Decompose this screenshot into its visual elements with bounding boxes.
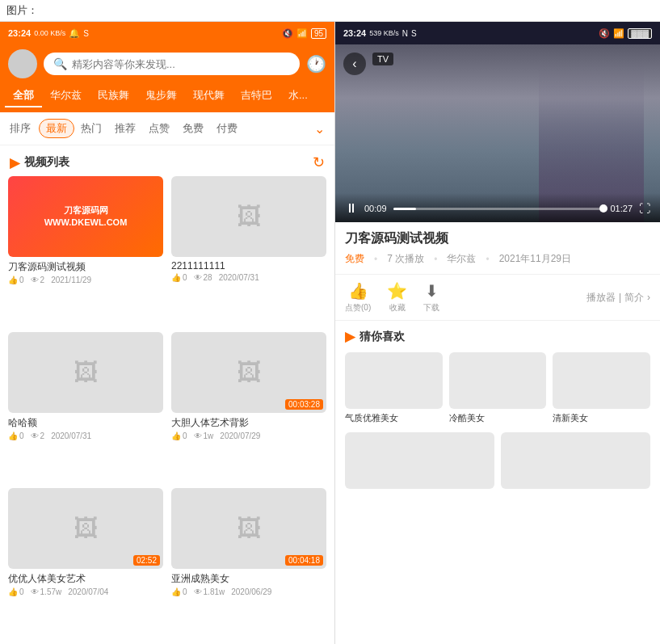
video-thumb-6: 🖼 00:04:18 xyxy=(171,488,326,569)
date-5: 2020/07/04 xyxy=(68,587,108,596)
date-4: 2020/07/29 xyxy=(220,431,260,440)
thumb-placeholder-2: 🖼 xyxy=(237,203,261,230)
progress-dot xyxy=(599,204,607,213)
rec-thumb-5 xyxy=(501,432,650,489)
view-count-6: 👁 1.81w xyxy=(194,587,225,596)
rec-card-3[interactable]: 清新美女 xyxy=(553,352,650,424)
rec-card-4[interactable] xyxy=(345,432,494,489)
back-button[interactable]: ‹ xyxy=(343,53,366,75)
rec-title-3: 清新美女 xyxy=(553,412,650,424)
right-wifi-icon: 📶 xyxy=(613,28,624,39)
date-6: 2020/06/29 xyxy=(231,587,271,596)
video-meta-3: 👍 0 👁 2 2020/07/31 xyxy=(8,431,163,440)
video-list-icon: ▶ xyxy=(10,155,19,170)
top-bar-label: 图片： xyxy=(6,4,38,16)
video-title-1: 刀客源码测试视频 xyxy=(8,260,163,274)
rec-thumb-3 xyxy=(553,352,650,409)
video-thumb-2: 🖼 xyxy=(171,176,326,257)
video-title-2: 2211111111 xyxy=(171,260,326,271)
cat-tab-folk[interactable]: 民族舞 xyxy=(90,85,137,107)
cat-tab-ghost[interactable]: 鬼步舞 xyxy=(137,85,185,107)
search-icon: 🔍 xyxy=(53,57,67,70)
search-wrap[interactable]: 🔍 xyxy=(44,53,300,75)
rec-card-5[interactable] xyxy=(501,432,650,489)
video-card-4[interactable]: 🖼 00:03:28 大胆人体艺术背影 👍 0 👁 1w 2020/07/29 xyxy=(171,332,326,480)
tag-date: 2021年11月29日 xyxy=(499,252,571,266)
pause-button[interactable]: ⏸ xyxy=(345,201,358,216)
like-count-3: 👍 0 xyxy=(8,431,24,440)
cat-tab-all[interactable]: 全部 xyxy=(5,85,42,107)
duration-badge-4: 00:03:28 xyxy=(285,399,323,410)
download-button[interactable]: ⬇ 下载 xyxy=(423,281,439,314)
section-header: ▶ 视频列表 ↻ xyxy=(0,145,334,176)
battery-icon: 95 xyxy=(311,28,326,39)
cat-tab-waltz[interactable]: 华尔兹 xyxy=(42,85,90,107)
rec-title-1: 气质优雅美女 xyxy=(345,412,443,424)
divider: | xyxy=(619,292,621,303)
like-button[interactable]: 👍 点赞(0) xyxy=(345,281,371,314)
cat-tab-modern[interactable]: 现代舞 xyxy=(185,85,233,107)
right-time: 23:24 xyxy=(343,28,366,38)
avatar[interactable] xyxy=(8,49,37,78)
video-player[interactable]: ‹ TV ⏸ 00:09 01:27 ⛶ xyxy=(335,44,660,222)
top-bar: 图片： xyxy=(0,0,660,22)
filter-free[interactable]: 免费 xyxy=(176,120,210,137)
right-s-icon: S xyxy=(411,29,417,38)
filter-hot[interactable]: 热门 xyxy=(74,120,108,137)
collect-button[interactable]: ⭐ 收藏 xyxy=(387,281,407,314)
rec-grid-row2 xyxy=(345,432,650,489)
recommend-title: 猜你喜欢 xyxy=(359,330,405,344)
view-count-5: 👁 1.57w xyxy=(31,587,62,596)
rec-thumb-2 xyxy=(449,352,547,409)
collect-icon: ⭐ xyxy=(387,281,407,301)
recommend-section: ▶ 猜你喜欢 气质优雅美女 冷酷美女 清新美女 xyxy=(335,321,660,644)
filter-recommend[interactable]: 推荐 xyxy=(108,120,142,137)
video-grid: 刀客源码网 WWW.DKEWL.COM 刀客源码测试视频 👍 0 👁 2 202… xyxy=(0,176,334,644)
right-network: 539 KB/s xyxy=(369,29,399,37)
progress-bar[interactable] xyxy=(393,208,604,210)
rec-card-2[interactable]: 冷酷美女 xyxy=(449,352,547,424)
video-card-1[interactable]: 刀客源码网 WWW.DKEWL.COM 刀客源码测试视频 👍 0 👁 2 202… xyxy=(8,176,163,324)
video-title-4: 大胆人体艺术背影 xyxy=(171,416,326,430)
filter-like[interactable]: 点赞 xyxy=(142,120,176,137)
video-thumb-3: 🖼 xyxy=(8,332,163,413)
video-actions: 👍 点赞(0) ⭐ 收藏 ⬇ 下载 播放器 | 简介 › xyxy=(335,275,660,321)
video-meta-5: 👍 0 👁 1.57w 2020/07/04 xyxy=(8,587,163,596)
video-card-6[interactable]: 🖼 00:04:18 亚洲成熟美女 👍 0 👁 1.81w 2020/06/29 xyxy=(171,488,326,636)
like-label: 点赞(0) xyxy=(345,302,371,314)
bell-icon: 🔔 xyxy=(69,28,80,39)
video-meta-4: 👍 0 👁 1w 2020/07/29 xyxy=(171,431,326,440)
right-mute-icon: 🔇 xyxy=(599,28,610,39)
player-controls: ⏸ 00:09 01:27 ⛶ xyxy=(335,193,660,222)
chevron-down-icon[interactable]: ⌄ xyxy=(314,121,325,137)
like-count-1: 👍 0 xyxy=(8,276,24,284)
rec-card-1[interactable]: 气质优雅美女 xyxy=(345,352,443,424)
video-card-2[interactable]: 🖼 2211111111 👍 0 👁 28 2020/07/31 xyxy=(171,176,326,324)
player-intro-buttons[interactable]: 播放器 | 简介 › xyxy=(586,291,650,305)
rec-thumb-1 xyxy=(345,352,443,409)
video-thumb-4: 🖼 00:03:28 xyxy=(171,332,326,413)
history-icon[interactable]: 🕐 xyxy=(306,54,326,74)
recommend-header: ▶ 猜你喜欢 xyxy=(345,329,650,344)
video-card-3[interactable]: 🖼 哈哈额 👍 0 👁 2 2020/07/31 xyxy=(8,332,163,480)
rec-title-2: 冷酷美女 xyxy=(449,412,547,424)
mute-icon: 🔇 xyxy=(282,28,293,39)
video-meta-2: 👍 0 👁 28 2020/07/31 xyxy=(171,273,326,282)
tag-category: 华尔兹 xyxy=(447,252,476,266)
rec-grid-row1: 气质优雅美女 冷酷美女 清新美女 xyxy=(345,352,650,424)
fullscreen-button[interactable]: ⛶ xyxy=(639,202,650,215)
video-title-6: 亚洲成熟美女 xyxy=(171,572,326,586)
view-count-3: 👁 2 xyxy=(31,431,45,440)
cat-tab-more[interactable]: 水... xyxy=(280,85,316,107)
s-icon: S xyxy=(83,29,89,38)
status-left: 23:24 0.00 KB/s 🔔 S xyxy=(8,28,89,39)
filter-paid[interactable]: 付费 xyxy=(210,120,244,137)
filter-newest[interactable]: 最新 xyxy=(39,119,74,138)
right-status-right: 🔇 📶 ▓▓▓ xyxy=(599,28,652,39)
download-label: 下载 xyxy=(423,302,439,314)
video-card-5[interactable]: 🖼 02:52 优优人体美女艺术 👍 0 👁 1.57w 2020/07/04 xyxy=(8,488,163,636)
search-input[interactable] xyxy=(72,58,290,70)
video-thumb-1: 刀客源码网 WWW.DKEWL.COM xyxy=(8,176,163,257)
refresh-icon[interactable]: ↻ xyxy=(313,154,325,171)
cat-tab-guitar[interactable]: 吉特巴 xyxy=(233,85,280,107)
